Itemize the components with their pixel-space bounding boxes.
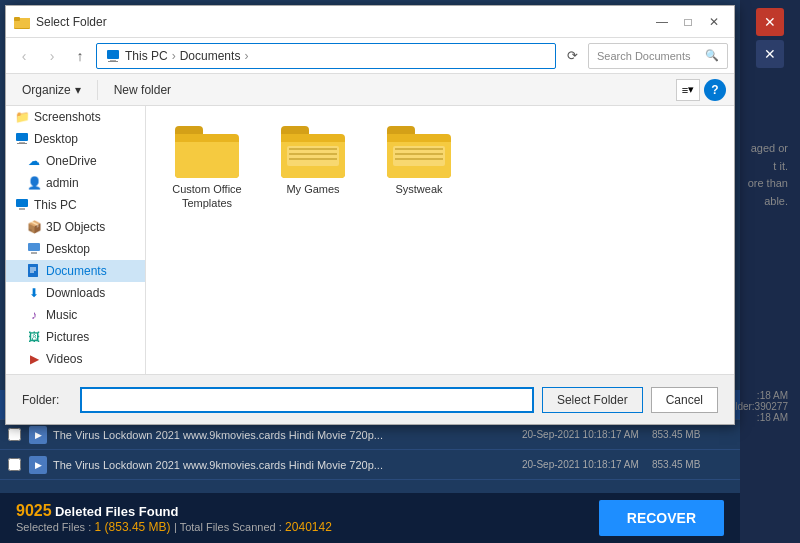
right-panel-text: aged or t it. ore than able. (733, 140, 788, 210)
toolbar: Organize ▾ New folder ≡ ▾ ? (6, 74, 734, 106)
forward-button[interactable]: › (40, 44, 64, 68)
sidebar-label-music: Music (46, 308, 77, 322)
sidebar-item-screenshots[interactable]: 📁 Screenshots (6, 106, 145, 128)
sidebar-label-desktop: Desktop (34, 132, 78, 146)
videos-icon: ▶ (26, 351, 42, 367)
view-button[interactable]: ≡ ▾ (676, 79, 700, 101)
sidebar-item-thispc[interactable]: This PC (6, 194, 145, 216)
organize-button[interactable]: Organize ▾ (14, 78, 89, 102)
deleted-found-label: Deleted Files Found (55, 504, 179, 519)
file-name-2: The Virus Lockdown 2021 www.9kmovies.car… (53, 429, 522, 441)
help-button[interactable]: ? (704, 79, 726, 101)
titlebar-minimize-button[interactable]: — (650, 11, 674, 33)
sidebar-item-3dobjects[interactable]: 📦 3D Objects (6, 216, 145, 238)
recover-button[interactable]: RECOVER (599, 500, 724, 536)
search-box[interactable]: Search Documents 🔍 (588, 43, 728, 69)
svg-rect-2 (14, 17, 20, 21)
row-checkbox-2[interactable] (8, 428, 21, 441)
dialog-footer: Folder: Select Folder Cancel (6, 374, 734, 424)
admin-icon: 👤 (26, 175, 42, 191)
svg-rect-6 (16, 133, 28, 141)
path-documents: Documents (180, 49, 241, 63)
path-sep-2: › (244, 49, 248, 63)
new-folder-button[interactable]: New folder (106, 78, 179, 102)
toolbar-right: ≡ ▾ ? (676, 79, 726, 101)
sidebar: 📁 Screenshots Desktop ☁ OneDrive 👤 admin (6, 106, 146, 374)
sidebar-label-downloads: Downloads (46, 286, 105, 300)
svg-rect-10 (19, 208, 25, 210)
sidebar-label-admin: admin (46, 176, 79, 190)
row-checkbox-3[interactable] (8, 458, 21, 471)
sidebar-label-pictures: Pictures (46, 330, 89, 344)
address-path[interactable]: This PC › Documents › (96, 43, 556, 69)
sidebar-label-onedrive: OneDrive (46, 154, 97, 168)
path-this-pc: This PC (125, 49, 168, 63)
onedrive-icon: ☁ (26, 153, 42, 169)
path-sep-1: › (172, 49, 176, 63)
sidebar-label-videos: Videos (46, 352, 82, 366)
search-placeholder: Search Documents (597, 50, 691, 62)
main-content: 📁 Screenshots Desktop ☁ OneDrive 👤 admin (6, 106, 734, 374)
dialog-titlebar: Select Folder — □ ✕ (6, 6, 734, 38)
folder-visual-systweak (387, 126, 451, 178)
file-label-my-games: My Games (286, 182, 339, 196)
bg-minimize-button[interactable]: ✕ (756, 40, 784, 68)
sidebar-item-pictures[interactable]: 🖼 Pictures (6, 326, 145, 348)
file-date-3: 20-Sep-2021 10:18:17 AM (522, 459, 652, 470)
toolbar-separator (97, 80, 98, 100)
back-button[interactable]: ‹ (12, 44, 36, 68)
file-item-systweak[interactable]: Systweak (374, 122, 464, 215)
organize-arrow: ▾ (75, 83, 81, 97)
sidebar-item-documents[interactable]: Documents (6, 260, 145, 282)
titlebar-close-button[interactable]: ✕ (702, 11, 726, 33)
dialog-title-text: Select Folder (36, 15, 650, 29)
file-item-custom-office[interactable]: Custom Office Templates (162, 122, 252, 215)
sidebar-item-downloads[interactable]: ⬇ Downloads (6, 282, 145, 304)
sidebar-item-videos[interactable]: ▶ Videos (6, 348, 145, 370)
cancel-button[interactable]: Cancel (651, 387, 718, 413)
desktop2-icon (26, 241, 42, 257)
file-area: Custom Office Templates My Games (146, 106, 734, 374)
file-item-my-games[interactable]: My Games (268, 122, 358, 215)
bg-top-bar: ✕ ✕ (740, 0, 800, 543)
bottom-stats-bar: 9025 Deleted Files Found Selected Files … (0, 493, 740, 543)
folder-icon (14, 14, 30, 30)
svg-rect-9 (16, 199, 28, 207)
downloads-icon: ⬇ (26, 285, 42, 301)
select-folder-button[interactable]: Select Folder (542, 387, 643, 413)
file-label-systweak: Systweak (395, 182, 442, 196)
sidebar-label-documents: Documents (46, 264, 107, 278)
file-date-2: 20-Sep-2021 10:18:17 AM (522, 429, 652, 440)
pictures-icon: 🖼 (26, 329, 42, 345)
sidebar-item-desktop[interactable]: Desktop (6, 128, 145, 150)
refresh-button[interactable]: ⟳ (560, 44, 584, 68)
select-folder-dialog: Select Folder — □ ✕ ‹ › ↑ This PC › Docu… (5, 5, 735, 425)
folder-visual-custom-office (175, 126, 239, 178)
new-folder-label: New folder (114, 83, 171, 97)
sidebar-item-onedrive[interactable]: ☁ OneDrive (6, 150, 145, 172)
titlebar-buttons: — □ ✕ (650, 11, 726, 33)
3dobjects-icon: 📦 (26, 219, 42, 235)
sidebar-item-admin[interactable]: 👤 admin (6, 172, 145, 194)
bg-close-button[interactable]: ✕ (756, 8, 784, 36)
sidebar-label-screenshots: Screenshots (34, 110, 101, 124)
svg-rect-8 (17, 143, 27, 144)
titlebar-maximize-button[interactable]: □ (676, 11, 700, 33)
pc-icon (105, 48, 121, 64)
address-bar: ‹ › ↑ This PC › Documents › ⟳ Search Doc… (6, 38, 734, 74)
sidebar-item-desktop2[interactable]: Desktop (6, 238, 145, 260)
documents-icon (26, 263, 42, 279)
svg-rect-3 (107, 50, 119, 59)
bg-file-row-3[interactable]: ▶ The Virus Lockdown 2021 www.9kmovies.c… (0, 450, 740, 480)
file-icon-2: ▶ (29, 426, 47, 444)
sidebar-label-desktop2: Desktop (46, 242, 90, 256)
folder-input[interactable] (80, 387, 534, 413)
file-icon-3: ▶ (29, 456, 47, 474)
up-button[interactable]: ↑ (68, 44, 92, 68)
sidebar-label-thispc: This PC (34, 198, 77, 212)
sidebar-item-music[interactable]: ♪ Music (6, 304, 145, 326)
selected-files-label: Selected Files : (16, 521, 91, 533)
desktop-icon (14, 131, 30, 147)
thispc-icon (14, 197, 30, 213)
svg-rect-5 (108, 61, 118, 62)
